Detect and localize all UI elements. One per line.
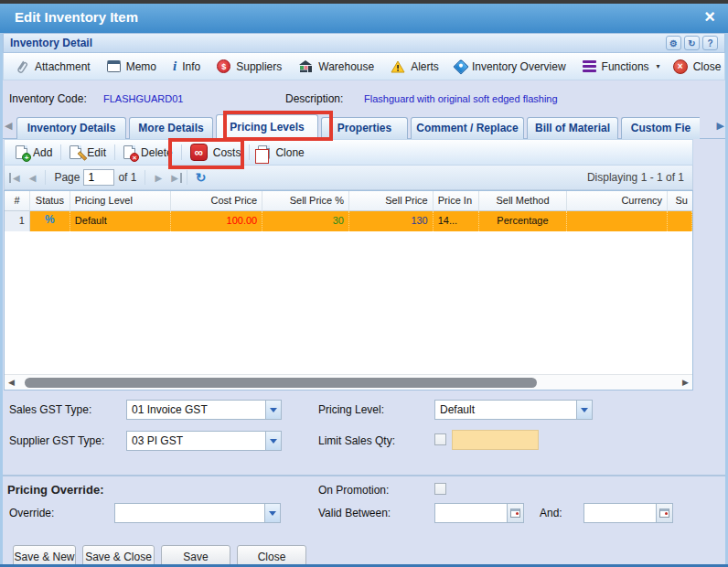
limit-sales-qty-checkbox[interactable]	[434, 433, 446, 445]
column-header-price-in[interactable]: Price In	[434, 191, 479, 211]
clone-record-icon	[258, 145, 270, 159]
dropdown-button[interactable]	[576, 401, 592, 419]
delete-button[interactable]: × Delete	[117, 143, 179, 162]
grid-header-row: # Status Pricing Level Cost Price Sell P…	[5, 191, 692, 211]
tab-bill-of-material[interactable]: Bill of Material	[527, 117, 618, 139]
edit-button[interactable]: Edit	[63, 143, 112, 162]
tab-inventory-details[interactable]: Inventory Details	[16, 117, 126, 139]
pricing-grid-toolbar: + Add Edit × Delete ∞ Costs Clone	[4, 139, 693, 166]
table-row[interactable]: 1 % Default 100.00 30 130 14... Percenta…	[5, 211, 692, 231]
tab-pricing-levels[interactable]: Pricing Levels	[216, 114, 318, 139]
valid-from-value	[435, 504, 507, 522]
tab-scroll-right-icon[interactable]: ▶	[717, 120, 724, 132]
on-promotion-checkbox[interactable]	[434, 483, 446, 495]
supplier-gst-type-value: 03 PI GST	[127, 432, 265, 450]
close-button[interactable]: × Close	[667, 57, 728, 77]
pricing-level-select[interactable]: Default	[434, 400, 593, 420]
inventory-overview-label: Inventory Overview	[472, 60, 566, 73]
tab-properties[interactable]: Properties	[321, 117, 408, 139]
column-header-pricing-level[interactable]: Pricing Level	[70, 191, 171, 211]
next-page-icon[interactable]: ▶	[150, 173, 166, 183]
override-select[interactable]	[114, 503, 281, 523]
tab-custom-fields[interactable]: Custom Fie	[621, 117, 700, 139]
dialog-close-icon[interactable]: ×	[704, 6, 715, 27]
close-label: Close	[693, 60, 722, 73]
column-header-sell-price-pct[interactable]: Sell Price %	[262, 191, 349, 211]
alerts-button[interactable]: Alerts	[384, 58, 445, 76]
inventory-overview-button[interactable]: Inventory Overview	[449, 58, 573, 76]
grid-refresh-icon[interactable]: ↻	[192, 170, 210, 185]
prev-page-icon[interactable]: ◀	[25, 173, 41, 183]
description-label: Description:	[285, 92, 343, 105]
dialog-titlebar: Edit Inventory Item ×	[0, 4, 728, 33]
supplier-gst-type-select[interactable]: 03 PI GST	[126, 431, 282, 451]
alerts-label: Alerts	[411, 60, 439, 73]
scroll-left-icon[interactable]: ◀	[8, 378, 15, 387]
pricing-override-section: Pricing Override: Override: On Promotion…	[0, 475, 728, 537]
panel-tools: ⚙ ↻ ?	[666, 36, 718, 50]
column-header-sell-price[interactable]: Sell Price	[349, 191, 434, 211]
attachment-button[interactable]: Attachment	[8, 57, 97, 77]
tab-comment-replace[interactable]: Comment / Replace	[411, 117, 524, 139]
paperclip-icon	[15, 59, 29, 74]
toolbar-separator	[249, 144, 250, 160]
gst-form-section: Sales GST Type: 01 Invoice GST Pricing L…	[0, 390, 728, 465]
column-header-supplier[interactable]: Su	[668, 191, 692, 211]
help-icon[interactable]: ?	[702, 36, 718, 50]
paging-separator	[187, 170, 187, 185]
inventory-code-label: Inventory Code:	[9, 92, 87, 105]
column-header-status[interactable]: Status	[30, 191, 70, 211]
memo-button[interactable]: Memo	[101, 58, 163, 76]
tab-more-details[interactable]: More Details	[129, 117, 213, 139]
percentage-status-icon: %	[30, 211, 70, 231]
warehouse-button[interactable]: Warehouse	[292, 57, 380, 76]
column-header-currency[interactable]: Currency	[567, 191, 668, 211]
valid-to-value	[584, 504, 656, 522]
chevron-down-icon	[269, 511, 276, 516]
column-header-cost-price[interactable]: Cost Price	[171, 191, 263, 211]
dialog-title: Edit Inventory Item	[15, 9, 138, 25]
paging-separator	[145, 170, 145, 185]
tab-scroll-left-icon[interactable]: ◀	[5, 120, 12, 132]
chevron-down-icon: ▾	[657, 62, 660, 70]
warehouse-icon	[298, 59, 313, 73]
column-header-sell-method[interactable]: Sell Method	[479, 191, 568, 211]
main-toolbar: Attachment Memo i Info $ Suppliers Wareh…	[3, 53, 725, 80]
valid-between-label: Valid Between:	[318, 507, 391, 519]
info-button[interactable]: i Info	[166, 56, 207, 77]
horizontal-scrollbar[interactable]: ◀ ▶	[5, 374, 692, 390]
warehouse-label: Warehouse	[318, 60, 374, 73]
gear-icon[interactable]: ⚙	[666, 36, 681, 50]
suppliers-button[interactable]: $ Suppliers	[210, 57, 288, 76]
clone-button[interactable]: Clone	[252, 143, 310, 162]
displaying-status: Displaying 1 - 1 of 1	[587, 171, 688, 184]
sell-method-cell: Percentage	[479, 211, 568, 231]
functions-menu-button[interactable]: Functions ▾	[576, 58, 667, 76]
inventory-code-value: FLASHGUARD01	[103, 93, 183, 104]
dropdown-button[interactable]	[264, 504, 280, 522]
calendar-icon[interactable]	[507, 504, 523, 522]
last-page-icon[interactable]: ▶	[166, 173, 182, 183]
sell-price-cell: 130	[349, 211, 434, 231]
valid-to-datefield[interactable]	[583, 503, 673, 523]
clone-label: Clone	[275, 146, 304, 159]
add-button[interactable]: + Add	[9, 143, 59, 162]
page-number-input[interactable]	[83, 169, 114, 186]
currency-cell	[567, 211, 668, 231]
sales-gst-type-select[interactable]: 01 Invoice GST	[126, 400, 282, 420]
first-page-icon[interactable]: ◀	[9, 173, 25, 183]
chevron-down-icon	[270, 439, 277, 444]
costs-link-icon: ∞	[190, 144, 208, 161]
dropdown-button[interactable]	[265, 432, 281, 450]
scrollbar-thumb[interactable]	[25, 378, 537, 388]
valid-from-datefield[interactable]	[434, 503, 524, 523]
costs-button[interactable]: ∞ Costs	[184, 141, 248, 164]
calendar-icon[interactable]	[656, 504, 672, 522]
column-header-num[interactable]: #	[5, 191, 30, 211]
and-label: And:	[540, 507, 562, 519]
supplier-gst-type-label: Supplier GST Type:	[9, 434, 104, 447]
dropdown-button[interactable]	[265, 401, 281, 419]
scroll-right-icon[interactable]: ▶	[682, 378, 689, 387]
pricing-level-value: Default	[435, 401, 576, 419]
refresh-icon[interactable]: ↻	[684, 36, 700, 50]
